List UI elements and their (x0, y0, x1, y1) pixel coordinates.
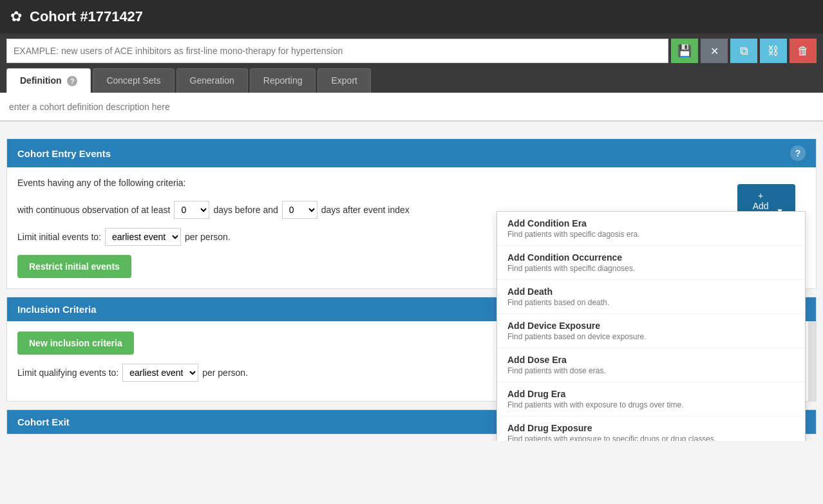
dropdown-item-dose-era-desc: Find patients with dose eras. (507, 366, 795, 375)
inclusion-criteria-title: Inclusion Criteria (17, 304, 97, 315)
cohort-title: Cohort #1771427 (30, 8, 143, 25)
dropdown-item-drug-exp-desc: Find patients with exposure to specific … (507, 434, 795, 441)
days-after-select[interactable]: 0 30 60 90 180 365 (282, 201, 317, 219)
limit-events-label: Limit initial events to: (17, 232, 101, 242)
cohort-entry-title: Cohort Entry Events (17, 148, 111, 159)
dropdown-item-drug-era[interactable]: Add Drug Era Find patients with with exp… (497, 382, 805, 416)
limit-qualifying-select[interactable]: earliest event latest event all events (122, 364, 198, 382)
dropdown-item-death[interactable]: Add Death Find patients based on death. (497, 280, 805, 314)
dropdown-item-condition-occurrence[interactable]: Add Condition Occurrence Find patients w… (497, 246, 805, 280)
per-person-label: per person. (185, 232, 231, 242)
dropdown-item-condition-era-title: Add Condition Era (507, 218, 795, 229)
limit-qualifying-label: Limit qualifying events to: (17, 368, 118, 378)
toolbar: 💾 ✕ ⧉ ⛓ 🗑 (0, 33, 823, 68)
tab-definition[interactable]: Definition ? (6, 68, 91, 93)
copy-button[interactable]: ⧉ (730, 39, 757, 63)
tab-concept-sets[interactable]: Concept Sets (93, 68, 174, 93)
delete-button[interactable]: 🗑 (790, 39, 817, 63)
cohort-entry-section: Cohort Entry Events ? + Add Initial Even… (6, 138, 817, 289)
cohort-entry-body: + Add Initial Event ▼ Add Condition Era … (7, 167, 816, 288)
restrict-initial-events-button[interactable]: Restrict initial events (17, 255, 131, 278)
days-before-after-label: days before and (213, 205, 278, 215)
app-header: ✿ Cohort #1771427 (0, 0, 823, 33)
dropdown-item-condition-occ-desc: Find patients with specific diagnoses. (507, 264, 795, 273)
dropdown-item-drug-era-title: Add Drug Era (507, 389, 795, 399)
tab-reporting[interactable]: Reporting (250, 68, 316, 93)
dropdown-item-drug-era-desc: Find patients with with exposure to drug… (507, 400, 795, 409)
days-after-suffix-label: days after event index (321, 205, 410, 215)
dropdown-item-drug-exposure[interactable]: Add Drug Exposure Find patients with exp… (497, 416, 805, 441)
dropdown-item-dose-era-title: Add Dose Era (507, 355, 795, 365)
main-content: Cohort Entry Events ? + Add Initial Even… (0, 122, 823, 441)
events-criteria-label: Events having any of the following crite… (17, 178, 185, 188)
dropdown-item-dose-era[interactable]: Add Dose Era Find patients with dose era… (497, 348, 805, 382)
dropdown-item-death-title: Add Death (507, 286, 795, 297)
cohort-entry-header: Cohort Entry Events ? (7, 139, 816, 167)
scrollbar[interactable] (808, 321, 816, 401)
cohort-entry-help-icon[interactable]: ? (790, 145, 806, 161)
limit-events-select[interactable]: earliest event latest event all events (105, 228, 181, 246)
tab-generation[interactable]: Generation (176, 68, 248, 93)
continuous-obs-label: with continuous observation of at least (17, 205, 170, 215)
dropdown-item-device-exposure[interactable]: Add Device Exposure Find patients based … (497, 314, 805, 348)
events-criteria-row: Events having any of the following crite… (17, 178, 806, 188)
cohort-icon: ✿ (10, 8, 22, 25)
cohort-description-input[interactable] (6, 39, 668, 63)
save-button[interactable]: 💾 (671, 39, 698, 63)
dropdown-item-condition-era[interactable]: Add Condition Era Find patients with spe… (497, 212, 805, 246)
dropdown-item-device-title: Add Device Exposure (507, 321, 795, 331)
cancel-button[interactable]: ✕ (701, 39, 728, 63)
dropdown-item-device-desc: Find patients based on device exposure. (507, 332, 795, 341)
dropdown-item-death-desc: Find patients based on death. (507, 298, 795, 307)
definition-help-icon[interactable]: ? (67, 76, 77, 86)
add-event-dropdown: Add Condition Era Find patients with spe… (497, 211, 806, 441)
link-button[interactable]: ⛓ (760, 39, 787, 63)
cohort-exit-title: Cohort Exit (17, 416, 70, 427)
cohort-description-field[interactable] (0, 93, 823, 121)
dropdown-item-condition-occ-title: Add Condition Occurrence (507, 252, 795, 263)
dropdown-item-drug-exp-title: Add Drug Exposure (507, 423, 795, 433)
description-area (0, 93, 823, 122)
dropdown-item-condition-era-desc: Find patients with specific dagosis era. (507, 230, 795, 239)
qualifying-per-person-label: per person. (202, 368, 248, 378)
tab-export[interactable]: Export (317, 68, 370, 93)
new-inclusion-criteria-button[interactable]: New inclusion criteria (17, 331, 134, 355)
tabs-bar: Definition ? Concept Sets Generation Rep… (0, 68, 823, 93)
days-before-select[interactable]: 0 30 60 90 180 365 (174, 201, 209, 219)
